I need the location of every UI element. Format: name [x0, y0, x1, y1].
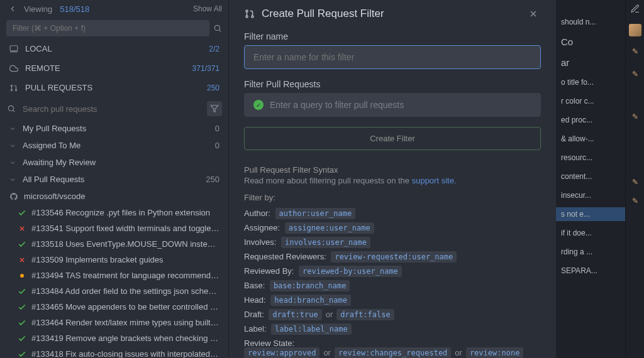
group-label: All Pull Requests: [23, 175, 84, 184]
syntax-chip: review:approved: [244, 347, 319, 358]
syntax-row: Base: base:branch_name: [244, 281, 541, 290]
right-panel-item[interactable]: content...: [556, 170, 625, 183]
right-panel-item[interactable]: r color c...: [556, 94, 625, 108]
status-fail-icon: [18, 224, 26, 233]
right-panel-item[interactable]: ar: [556, 55, 625, 70]
support-site-link[interactable]: support site.: [412, 176, 457, 185]
pr-item[interactable]: #133464 Render text/latex mime types usi…: [0, 315, 228, 330]
filter-input[interactable]: [6, 20, 209, 36]
pr-title: #133464 Render text/latex mime types usi…: [31, 318, 219, 327]
svg-line-1: [219, 30, 221, 32]
edit-icon[interactable]: [629, 3, 641, 15]
pr-item[interactable]: #133509 Implements bracket guides: [0, 252, 228, 268]
syntax-label: Label:: [244, 324, 266, 334]
group-label: Awaiting My Review: [23, 158, 96, 167]
status-success-icon: [18, 240, 26, 249]
pr-group-row[interactable]: All Pull Requests 250: [0, 171, 228, 188]
section-count: 250: [207, 84, 219, 92]
git-pull-request-icon: [244, 8, 255, 19]
right-panel-item[interactable]: s not e...: [556, 207, 625, 221]
right-panel: should n...Coaro title fo...r color c...…: [556, 0, 625, 358]
chevron-down-icon: [9, 125, 18, 133]
github-icon: [9, 192, 19, 201]
group-label: Assigned To Me: [23, 141, 80, 150]
right-panel-item[interactable]: should n...: [556, 15, 625, 29]
right-panel-item[interactable]: ed proc...: [556, 113, 625, 127]
filter-name-label: Filter name: [244, 31, 541, 41]
pencil-icon[interactable]: ✎: [629, 45, 641, 58]
section-pull-requests[interactable]: PULL REQUESTS 250: [0, 78, 228, 97]
group-count: 0: [215, 124, 219, 133]
section-local[interactable]: LOCAL 2/2: [0, 39, 228, 58]
pr-group-row[interactable]: Assigned To Me 0: [0, 137, 228, 154]
group-label: My Pull Requests: [23, 124, 86, 133]
pr-item[interactable]: #133518 Uses EventType.MOUSE_DOWN instea…: [0, 236, 228, 252]
right-panel-item[interactable]: & allow-...: [556, 132, 625, 146]
right-panel-item[interactable]: rding a ...: [556, 245, 625, 259]
repo-row[interactable]: microsoft/vscode: [0, 188, 228, 205]
create-filter-button[interactable]: Create Filter: [244, 127, 541, 150]
pr-group-row[interactable]: My Pull Requests 0: [0, 120, 228, 137]
avatar[interactable]: [629, 24, 641, 36]
pencil-icon[interactable]: ✎: [629, 195, 641, 207]
status-success-icon: [18, 209, 26, 217]
activity-bar: ✎ ✎ ✎ ✎ ✎: [625, 0, 644, 358]
query-placeholder: Enter a query to filter pull requests: [270, 100, 404, 110]
sidebar: Viewing 518/518 Show All LOCAL 2/2 REMOT…: [0, 0, 229, 358]
syntax-title: Pull Request Filter Syntax: [244, 165, 541, 175]
status-success-icon: [18, 318, 26, 327]
syntax-label: Involves:: [244, 237, 276, 247]
svg-line-8: [13, 111, 15, 112]
syntax-row: Label: label:label_name: [244, 324, 541, 334]
filter-name-input[interactable]: [244, 45, 541, 69]
or-text: or: [326, 310, 333, 319]
pr-item[interactable]: #133541 Support fixed width terminals an…: [0, 220, 228, 236]
pr-title: #133541 Support fixed width terminals an…: [31, 224, 219, 233]
pr-item[interactable]: #133494 TAS treatment for language recom…: [0, 268, 228, 283]
right-panel-item[interactable]: Co: [556, 34, 625, 50]
right-panel-item[interactable]: o title fo...: [556, 75, 625, 89]
group-count: 250: [206, 175, 219, 184]
syntax-chip: author:user_name: [275, 208, 356, 219]
close-button[interactable]: [526, 6, 541, 21]
svg-point-4: [11, 85, 12, 86]
back-button[interactable]: [6, 3, 19, 15]
pencil-icon[interactable]: ✎: [629, 176, 641, 188]
pr-title: #133419 Remove angle brackets when check…: [31, 334, 219, 343]
right-panel-item[interactable]: SEPARA...: [556, 264, 625, 278]
pr-item[interactable]: #133484 Add order field to the settings …: [0, 283, 228, 299]
syntax-chip: review:none: [466, 347, 523, 358]
pr-item[interactable]: #133546 Recognize .pyt files in Python e…: [0, 205, 228, 220]
pr-search-input[interactable]: [23, 104, 201, 114]
filter-settings-button[interactable]: [207, 101, 222, 116]
svg-point-0: [214, 25, 219, 30]
pencil-icon[interactable]: ✎: [629, 68, 641, 80]
section-remote[interactable]: REMOTE 371/371: [0, 58, 228, 78]
git-pull-request-icon: [9, 84, 19, 92]
pr-group-row[interactable]: Awaiting My Review: [0, 154, 228, 171]
svg-point-7: [8, 106, 13, 111]
status-fail-icon: [18, 256, 26, 264]
pr-item[interactable]: #133418 Fix auto-closing issues with int…: [0, 346, 228, 358]
syntax-desc-text: Read more about filtering pull requests …: [244, 176, 412, 185]
search-icon[interactable]: [213, 24, 222, 33]
syntax-label: Draft:: [244, 310, 264, 319]
syntax-row: Assignee: assignee:user_name: [244, 223, 541, 232]
filter-query-input[interactable]: ✓ Enter a query to filter pull requests: [244, 93, 541, 117]
svg-point-14: [20, 274, 24, 278]
chevron-down-icon: [9, 159, 18, 166]
syntax-label: Requested Reviewers:: [244, 252, 326, 261]
right-panel-item[interactable]: if it doe...: [556, 226, 625, 240]
pr-title: #133518 Uses EventType.MOUSE_DOWN instea…: [31, 239, 219, 249]
right-panel-item[interactable]: insecur...: [556, 188, 625, 202]
show-all-link[interactable]: Show All: [193, 4, 222, 13]
or-text: or: [455, 348, 462, 357]
syntax-row: Involves: involves:user_name: [244, 237, 541, 247]
status-success-icon: [18, 303, 26, 312]
pencil-icon[interactable]: ✎: [629, 111, 641, 123]
right-panel-item[interactable]: resourc...: [556, 151, 625, 165]
section-label: PULL REQUESTS: [25, 83, 92, 92]
syntax-row: Reviewed By: reviewed-by:user_name: [244, 266, 541, 276]
pr-item[interactable]: #133465 Move appenders to be better cont…: [0, 299, 228, 315]
pr-item[interactable]: #133419 Remove angle brackets when check…: [0, 330, 228, 346]
